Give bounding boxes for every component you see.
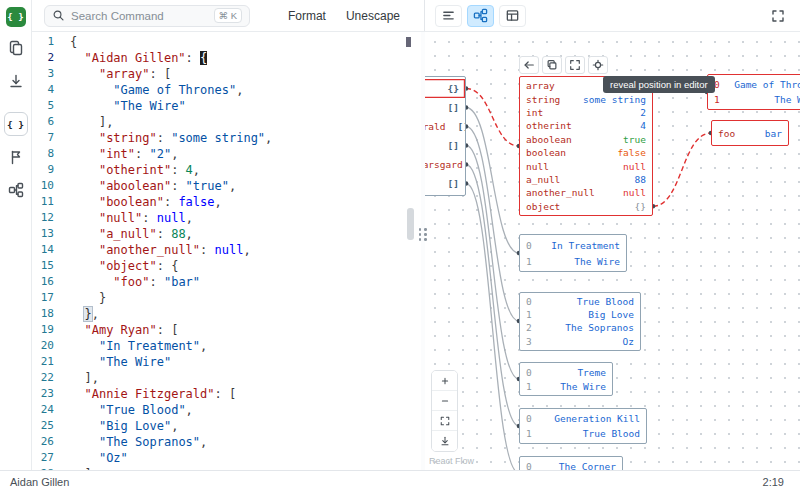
format-button[interactable]: Format: [288, 9, 326, 23]
node-row: 1The Wire: [708, 92, 800, 107]
editor-pane[interactable]: 1234567891011121314151617181920212223242…: [32, 32, 421, 470]
download-image-icon[interactable]: [432, 431, 457, 451]
node-row: nullnull: [520, 159, 652, 172]
line-number: 17: [32, 290, 54, 306]
code-token: "True Blood": [99, 403, 186, 417]
graph-node-anwan-glover[interactable]: 0Treme1The Wire: [519, 362, 613, 396]
fullscreen-button[interactable]: [770, 8, 786, 24]
zoom-in-icon[interactable]: [432, 371, 457, 391]
table-view-button[interactable]: [499, 5, 526, 27]
code-line[interactable]: "foo": "bar": [70, 274, 421, 290]
code-line[interactable]: ],: [70, 370, 421, 386]
node-value: Oz: [623, 336, 634, 347]
code-line[interactable]: "int": "2",: [70, 146, 421, 162]
nodes-icon[interactable]: [4, 178, 28, 202]
code-token: ],: [99, 115, 113, 129]
graph-node-annie-fitzgerald[interactable]: 0True Blood1Big Love2The Sopranos3Oz: [519, 292, 641, 351]
graph-node-selected[interactable]: arraystringsome stringint2otherint4abool…: [519, 76, 653, 216]
braces-icon[interactable]: { }: [4, 112, 28, 136]
code-line[interactable]: ],: [70, 114, 421, 130]
code-token: :: [142, 211, 156, 225]
code-line[interactable]: "array": [: [70, 66, 421, 82]
code-line[interactable]: "otherint": 4,: [70, 162, 421, 178]
code-line[interactable]: "Amy Ryan": [: [70, 322, 421, 338]
code-token: [70, 403, 99, 417]
code-token: [70, 435, 99, 449]
graph-node-root[interactable]: Aidan Gillen{}Amy Ryan[]Annie Fitzgerald…: [425, 76, 466, 196]
code-line[interactable]: "Aidan Gillen": {: [70, 50, 421, 66]
text-cursor: {: [200, 51, 207, 65]
download-icon[interactable]: [4, 69, 28, 93]
graph-node-aidan-array[interactable]: 0Game of Thrones1The Wire: [707, 74, 800, 110]
line-number: 25: [32, 418, 54, 434]
line-number: 8: [32, 146, 54, 162]
node-key: foo: [718, 128, 735, 139]
line-number: 15: [32, 258, 54, 274]
maximize-icon[interactable]: [565, 56, 585, 74]
code-line[interactable]: {: [70, 34, 421, 50]
search-input[interactable]: Search Command ⌘ K: [44, 5, 250, 27]
brackets-icon: []: [448, 178, 459, 189]
node-value: The Wire: [774, 94, 800, 105]
code-line[interactable]: "string": "some string",: [70, 130, 421, 146]
editor-code[interactable]: { "Aidan Gillen": { "array": [ "Game of …: [66, 32, 421, 470]
app-logo[interactable]: { }: [6, 7, 26, 27]
node-row: 1True Blood: [520, 426, 646, 441]
node-value: Treme: [577, 367, 606, 378]
code-line[interactable]: "Big Love",: [70, 418, 421, 434]
code-line[interactable]: "aboolean": "true",: [70, 178, 421, 194]
flag-icon[interactable]: [4, 145, 28, 169]
code-token: [70, 115, 99, 129]
search-shortcut: ⌘ K: [214, 8, 242, 23]
unescape-button[interactable]: Unescape: [346, 9, 400, 23]
code-token: }: [99, 291, 106, 305]
code-line[interactable]: "The Sopranos",: [70, 434, 421, 450]
graph-node-alexander-skarsgard[interactable]: 0Generation Kill1True Blood: [519, 408, 647, 444]
code-line[interactable]: "In Treatment",: [70, 338, 421, 354]
graph-view-button[interactable]: [467, 5, 494, 27]
graph-node-amy-ryan[interactable]: 0In Treatment1The Wire: [519, 234, 627, 272]
code-line[interactable]: "True Blood",: [70, 402, 421, 418]
graph-pane[interactable]: Aidan Gillen{}Amy Ryan[]Annie Fitzgerald…: [425, 32, 800, 470]
code-line[interactable]: "Oz": [70, 450, 421, 466]
code-token: [70, 51, 84, 65]
code-token: "Big Love": [99, 419, 171, 433]
code-line[interactable]: "The Wire": [70, 98, 421, 114]
code-line[interactable]: "The Wire": [70, 354, 421, 370]
code-line[interactable]: "another_null": null,: [70, 242, 421, 258]
code-token: "some string": [171, 131, 265, 145]
fit-view-icon[interactable]: [432, 411, 457, 431]
code-token: [70, 147, 99, 161]
zoom-out-icon[interactable]: [432, 391, 457, 411]
code-line[interactable]: "null": null,: [70, 210, 421, 226]
editor-scrollbar[interactable]: [407, 208, 414, 240]
copy-icon[interactable]: [542, 56, 562, 74]
code-line[interactable]: "Game of Thrones",: [70, 82, 421, 98]
pane-splitter[interactable]: [421, 32, 425, 470]
target-icon[interactable]: [588, 56, 608, 74]
code-line[interactable]: "Annie Fitzgerald": [: [70, 386, 421, 402]
line-number: 21: [32, 354, 54, 370]
splitter-grip-icon[interactable]: [418, 228, 428, 241]
code-token: :: [164, 195, 178, 209]
code-token: "string": [99, 131, 157, 145]
node-index: 1: [526, 309, 532, 320]
node-value: The Corner: [559, 461, 616, 471]
node-key: object: [526, 201, 560, 212]
code-token: {: [70, 35, 77, 49]
code-line[interactable]: "a_null": 88,: [70, 226, 421, 242]
code-line[interactable]: },: [70, 306, 421, 322]
graph-node-aidan-object[interactable]: foobar: [711, 120, 789, 146]
node-row: otherint4: [520, 119, 652, 132]
back-icon[interactable]: [519, 56, 539, 74]
code-token: "Annie Fitzgerald": [84, 387, 214, 401]
node-index: 1: [526, 381, 532, 392]
code-line[interactable]: "boolean": false,: [70, 194, 421, 210]
list-view-button[interactable]: [435, 5, 462, 27]
code-line[interactable]: }: [70, 290, 421, 306]
node-key: boolean: [526, 147, 566, 158]
editor-actions: Format Unescape: [288, 9, 400, 23]
code-line[interactable]: "object": {: [70, 258, 421, 274]
file-icon[interactable]: [4, 36, 28, 60]
graph-node-alice-farmer[interactable]: 0The Corner: [519, 456, 623, 470]
